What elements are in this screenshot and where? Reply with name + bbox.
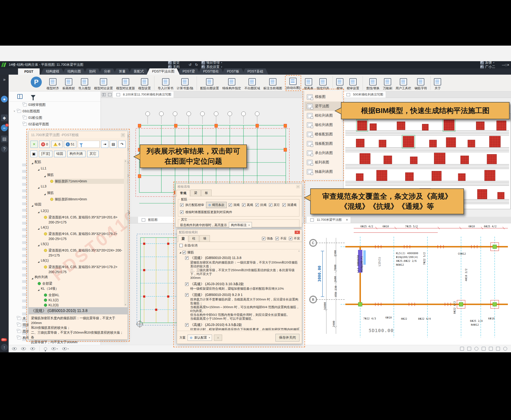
- ribbon-button[interactable]: 计算书显/隐: [176, 75, 194, 91]
- clear-results-button[interactable]: ✕: [31, 141, 38, 148]
- link-sync-icon[interactable]: ∞ 1: [1, 125, 8, 131]
- severity-checkbox[interactable]: 不应: [275, 236, 286, 241]
- check-result-item[interactable]: 梁首面筋Φ18, C35, 直锚段0.35*32*18=201.6> 200-2…: [29, 215, 128, 225]
- ribbon-button[interactable]: 导入计算书: [157, 75, 174, 91]
- highlight-mode-select[interactable]: 构件和标注▾: [229, 222, 252, 228]
- ribbon-button[interactable]: 模型对比更新: [116, 75, 135, 91]
- warning-count-button[interactable]: 6: [51, 141, 62, 148]
- window-control-button[interactable]: —: [502, 63, 505, 67]
- beam-view-tab[interactable]: 11.700米梁平法图 ✕: [307, 217, 351, 223]
- model-cube-icon[interactable]: ◆: [1, 114, 8, 121]
- dialog-titlebar[interactable]: 配筋校核规则✕: [177, 229, 302, 235]
- titlebar-action-button[interactable]: 提交▾: [168, 61, 185, 65]
- tree-item[interactable]: ˅01桩位图: [9, 114, 101, 121]
- report-button[interactable]: ▤: [110, 141, 117, 148]
- scroll-top-icon[interactable]: ↑: [1, 344, 8, 351]
- ribbon-tab[interactable]: 结构出图: [62, 68, 86, 75]
- drawing-type-item[interactable]: 楼板配筋图: [305, 130, 342, 139]
- rule-item[interactable]: 《高规》 (JGJ3-2010) 3.10.3条2款 特一级框架梁应符合规则，梁…: [185, 282, 299, 291]
- float-view-icon[interactable]: [108, 93, 112, 96]
- code-checkbox[interactable]: 混规: [229, 203, 240, 207]
- link-tool-icon[interactable]: [460, 347, 464, 351]
- hide-category-icon[interactable]: [21, 347, 26, 350]
- help-icon[interactable]: ?: [1, 146, 8, 152]
- checkbox[interactable]: [180, 203, 183, 207]
- drawing-type-item[interactable]: 独基列表图: [305, 167, 342, 176]
- message-count-badge[interactable]: 99+: [1, 338, 7, 341]
- tree-item[interactable]: ˅03出图视图: [9, 108, 101, 114]
- check-result-item[interactable]: L2(1): [29, 208, 128, 215]
- filter-chip[interactable]: 构件列表: [67, 151, 85, 157]
- code-clause-button[interactable]: ⚙规范条款: [206, 202, 227, 208]
- check-result-item[interactable]: 箍筋: [29, 190, 128, 197]
- close-tab-icon[interactable]: ✕: [346, 218, 348, 222]
- close-icon[interactable]: ✕: [296, 185, 300, 188]
- export-button[interactable]: ⇥: [101, 141, 108, 148]
- drawing-type-item[interactable]: 承台列表图: [305, 148, 342, 158]
- redo-icon[interactable]: ↻: [195, 63, 198, 67]
- ribbon-button[interactable]: 模型对齐: [46, 75, 60, 91]
- rule-checkbox[interactable]: [185, 283, 189, 286]
- rule-group[interactable]: ◢箍筋: [179, 250, 299, 255]
- layers-tool-icon[interactable]: [496, 347, 500, 351]
- ribbon-button[interactable]: 配筋出图设置: [200, 75, 220, 91]
- ribbon-button[interactable]: 钢筋字符: [414, 75, 427, 91]
- dialog-tab[interactable]: 梁: [191, 190, 201, 196]
- check-result-item[interactable]: KL1(2): [29, 298, 128, 303]
- dialog-tab[interactable]: 梁: [178, 235, 188, 242]
- ribbon-button[interactable]: [430, 76, 431, 90]
- dialog-tab[interactable]: 柱: [189, 235, 199, 242]
- support-chat-icon[interactable]: ☻: [1, 96, 8, 103]
- rule-checkbox[interactable]: [185, 256, 189, 260]
- checkbox[interactable]: [180, 210, 183, 214]
- code-checkbox[interactable]: 抗规: [256, 203, 267, 207]
- locate-button[interactable]: ▣: [31, 150, 37, 157]
- drawing-type-item[interactable]: 桩列表图: [305, 158, 342, 167]
- reset-hidden-icon[interactable]: [30, 347, 35, 350]
- check-result-item[interactable]: L4(1): [29, 225, 128, 231]
- ribbon-button[interactable]: 不出图区域: [244, 75, 260, 91]
- filter-chip[interactable]: 锚固: [54, 151, 66, 157]
- rule-item[interactable]: 《高规》 (JGJ3-2010) 6.3.5条2款 抗震设计时，框架梁的箍筋尚应…: [185, 322, 299, 330]
- save-close-button[interactable]: 保存并关闭: [275, 334, 299, 342]
- beam-plan-view[interactable]: CB6Φ25 4/26Φ107Φ25 5/26Φ106Φ25 4/2KL5(2)…: [303, 224, 511, 345]
- ribbon-button[interactable]: 用户工具栏: [395, 75, 412, 91]
- ribbon-button[interactable]: 查找/替换: [366, 75, 380, 91]
- rule-checkbox[interactable]: [185, 323, 189, 327]
- filter-chip[interactable]: [不宜]: [39, 151, 52, 157]
- ribbon-tab[interactable]: 分析: [99, 68, 116, 75]
- check-panel-titlebar[interactable]: 11.700米梁平法图 -PDST校核 ✕: [29, 131, 128, 139]
- window-control-button[interactable]: □: [505, 63, 507, 67]
- ribbon-button[interactable]: 标注当前视图: [263, 75, 283, 91]
- display-mode-dropdown[interactable]: ▾: [51, 347, 58, 350]
- cloud-sync-button[interactable]: ↷: [118, 141, 126, 148]
- check-result-item[interactable]: 锚固: [29, 202, 128, 208]
- filter-input[interactable]: [78, 141, 100, 148]
- check-result-item[interactable]: 梁首面筋Φ16, C35, 直锚段0.35*32*16=179.2> 200-2…: [29, 231, 128, 241]
- check-result-item[interactable]: 箍筋肢距88mm>0mm: [29, 197, 128, 202]
- ribbon-button[interactable]: 关于: [434, 75, 442, 91]
- ribbon-tab[interactable]: PDST平法出图: [147, 68, 180, 75]
- ribbon-button[interactable]: [197, 76, 197, 90]
- ribbon-button[interactable]: [自动出图]: [285, 75, 301, 91]
- error-count-button[interactable]: ✕0: [39, 141, 50, 148]
- ribbon-button[interactable]: 层高表: [304, 75, 314, 91]
- edit-preset-button[interactable]: ✕: [214, 335, 222, 341]
- display-settings-dropdown[interactable]: ▾: [62, 347, 69, 350]
- check-result-item[interactable]: 构件列表: [29, 275, 128, 281]
- layout-grid-icon[interactable]: [102, 93, 106, 96]
- info-count-button[interactable]: i51: [64, 141, 76, 148]
- ribbon-tab[interactable]: 算量: [114, 68, 131, 75]
- ribbon-tab[interactable]: PDST梁: [177, 68, 200, 75]
- expand-panel-icon[interactable]: »: [1, 76, 8, 83]
- severity-checkbox[interactable]: 强条: [262, 236, 273, 241]
- rule-scrollbar[interactable]: ∧∨: [297, 250, 300, 329]
- tab-pdst[interactable]: PDST: [18, 68, 40, 75]
- ribbon-button[interactable]: 特殊构件指定: [222, 75, 242, 91]
- code-checkbox[interactable]: 混通规: [282, 203, 297, 207]
- dialog-titlebar[interactable]: 校核选项✕: [175, 184, 302, 190]
- ribbon-button[interactable]: 指定归并: [316, 75, 330, 91]
- tree-item[interactable]: ˅03校审视图: [9, 102, 101, 108]
- code-checkbox[interactable]: 其它: [269, 203, 280, 207]
- code-checkbox[interactable]: 高规: [242, 203, 253, 207]
